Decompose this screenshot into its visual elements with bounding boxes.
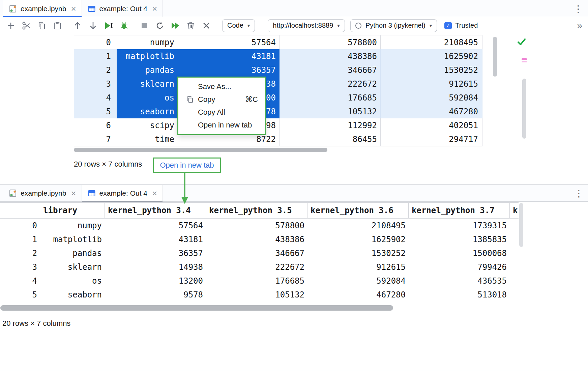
column-header-clipped[interactable]: k — [510, 203, 519, 218]
cell-row-index[interactable]: 7 — [74, 132, 117, 146]
clear-outputs-button[interactable] — [201, 21, 211, 31]
cell-value[interactable]: 346667 — [280, 63, 381, 77]
cell-value[interactable]: 912615 — [381, 77, 482, 91]
cell-value[interactable]: 592084 — [381, 91, 482, 105]
cell-library[interactable]: matplotlib — [40, 232, 105, 246]
open-in-new-tab-link[interactable]: Open in new tab — [153, 158, 221, 173]
cell-library[interactable]: scipy — [117, 118, 178, 132]
menu-item-copy[interactable]: Copy ⌘C — [178, 93, 265, 106]
cell-row-index[interactable]: 3 — [0, 260, 40, 274]
cell-value[interactable]: 1739315 — [409, 219, 510, 232]
table-row-selected[interactable]: 2 pandas 36357 346667 1530252 — [74, 63, 482, 77]
copy-cell-button[interactable] — [37, 21, 47, 31]
delete-cell-button[interactable] — [186, 21, 196, 31]
cell-value[interactable]: 43181 — [178, 49, 280, 63]
cell-value[interactable]: 2108495 — [381, 35, 482, 49]
cell-value[interactable]: 912615 — [307, 260, 409, 274]
cell-row-index[interactable]: 1 — [74, 49, 117, 63]
server-url-dropdown[interactable]: http://localhost:8889 ▾ — [268, 19, 345, 32]
cell-library[interactable]: pandas — [117, 63, 178, 77]
kebab-menu-icon[interactable]: ⋮ — [574, 3, 583, 14]
cell-value[interactable]: 1385835 — [409, 232, 510, 246]
cell-value[interactable]: 438386 — [206, 232, 307, 246]
cell-value[interactable]: 436535 — [409, 274, 510, 288]
move-cell-down-button[interactable] — [88, 21, 98, 31]
cell-row-index[interactable]: 5 — [0, 288, 40, 302]
cell-library[interactable]: time — [117, 132, 178, 146]
vertical-scrollbar[interactable] — [519, 203, 523, 247]
menu-item-open-in-new-tab[interactable]: Open in new tab — [178, 119, 265, 132]
cell-value[interactable]: 438386 — [280, 49, 381, 63]
table-row[interactable]: 0 numpy 57564 578800 2108495 1739315 — [0, 219, 519, 232]
cell-value[interactable]: 36357 — [105, 246, 206, 260]
cut-cell-button[interactable] — [21, 21, 31, 31]
cell-value[interactable]: 36357 — [178, 63, 280, 77]
cell-value[interactable]: 9578 — [105, 288, 206, 302]
cell-value[interactable]: 799426 — [409, 260, 510, 274]
table-row[interactable]: 5 seaborn 9578 105132 467280 513018 — [0, 288, 519, 302]
table-row[interactable]: 7 time 8722 86455 294717 — [74, 132, 482, 146]
table-row[interactable]: 3 sklearn 14938 222672 912615 799426 — [0, 260, 519, 274]
column-header-kernel36[interactable]: kernel_python 3.6 — [307, 203, 409, 218]
cell-library[interactable]: matplotlib — [117, 49, 178, 63]
cell-library[interactable]: os — [40, 274, 105, 288]
cell-row-index[interactable]: 3 — [74, 77, 117, 91]
cell-value[interactable]: 1625902 — [381, 49, 482, 63]
more-toolbar-actions-icon[interactable]: » — [577, 20, 582, 31]
cell-value[interactable]: 2108495 — [307, 219, 409, 232]
cell-value[interactable]: 222672 — [280, 77, 381, 91]
tab-example-ipynb[interactable]: example.ipynb × — [3, 0, 82, 17]
table-row[interactable]: 2 pandas 36357 346667 1530252 1500068 — [0, 246, 519, 260]
stop-kernel-button[interactable] — [139, 21, 149, 31]
cell-row-index[interactable]: 6 — [74, 118, 117, 132]
restart-kernel-button[interactable] — [155, 21, 165, 31]
trusted-checkbox[interactable]: ✓ — [444, 22, 452, 29]
cell-value[interactable]: 112992 — [280, 118, 381, 132]
column-header-index[interactable] — [0, 203, 40, 218]
table-row-selected[interactable]: 1 matplotlib 43181 438386 1625902 — [74, 49, 482, 63]
tab-example-out4[interactable]: example: Out 4 × — [82, 0, 163, 17]
cell-success-check-icon[interactable] — [516, 37, 526, 47]
move-cell-up-button[interactable] — [72, 21, 83, 31]
horizontal-scrollbar[interactable] — [0, 305, 393, 311]
table-row-selected[interactable]: 5 seaborn 9578 105132 467280 — [74, 105, 482, 118]
editor-scrollbar[interactable] — [522, 79, 526, 139]
cell-row-index[interactable]: 0 — [0, 219, 40, 232]
cell-value[interactable]: 294717 — [381, 132, 482, 146]
cell-value[interactable]: 467280 — [381, 105, 482, 118]
add-cell-button[interactable] — [6, 21, 16, 31]
table-row[interactable]: 1 matplotlib 43181 438386 1625902 138583… — [0, 232, 519, 246]
cell-value[interactable]: 176685 — [206, 274, 307, 288]
cell-value[interactable]: 176685 — [280, 91, 381, 105]
cell-library[interactable]: pandas — [40, 246, 105, 260]
cell-value[interactable]: 222672 — [206, 260, 307, 274]
tab-example-ipynb[interactable]: example.ipynb × — [3, 185, 82, 201]
cell-value[interactable]: 105132 — [206, 288, 307, 302]
column-header-library[interactable]: library — [40, 203, 105, 218]
cell-value[interactable]: 467280 — [307, 288, 409, 302]
cell-library[interactable]: os — [117, 91, 178, 105]
cell-value[interactable]: 57564 — [105, 219, 206, 232]
debug-cell-button[interactable] — [119, 21, 129, 31]
kebab-menu-icon[interactable]: ⋮ — [574, 188, 584, 199]
column-header-kernel37[interactable]: kernel_python 3.7 — [409, 203, 510, 218]
cell-value[interactable]: 592084 — [307, 274, 409, 288]
paste-cell-button[interactable] — [52, 21, 62, 31]
table-row[interactable]: 4 os 13200 176685 592084 436535 — [0, 274, 519, 288]
cell-row-index[interactable]: 1 — [0, 232, 40, 246]
cell-value[interactable]: 578800 — [206, 219, 307, 232]
cell-value[interactable]: 14938 — [105, 260, 206, 274]
cell-value[interactable]: 346667 — [206, 246, 307, 260]
cell-value[interactable]: 578800 — [280, 35, 381, 49]
run-all-cells-button[interactable] — [170, 21, 180, 31]
cell-value[interactable]: 43181 — [105, 232, 206, 246]
table-row[interactable]: 6 scipy 11998 112992 402051 — [74, 118, 482, 132]
cell-library[interactable]: numpy — [40, 219, 105, 232]
cell-value[interactable]: 402051 — [381, 118, 482, 132]
close-tab-icon[interactable]: × — [152, 189, 157, 198]
tab-example-out4[interactable]: example: Out 4 × — [82, 185, 163, 201]
menu-item-save-as[interactable]: Save As... — [178, 80, 265, 93]
cell-value[interactable]: 13200 — [105, 274, 206, 288]
cell-value[interactable]: 57564 — [178, 35, 280, 49]
cell-value[interactable]: 1530252 — [381, 63, 482, 77]
